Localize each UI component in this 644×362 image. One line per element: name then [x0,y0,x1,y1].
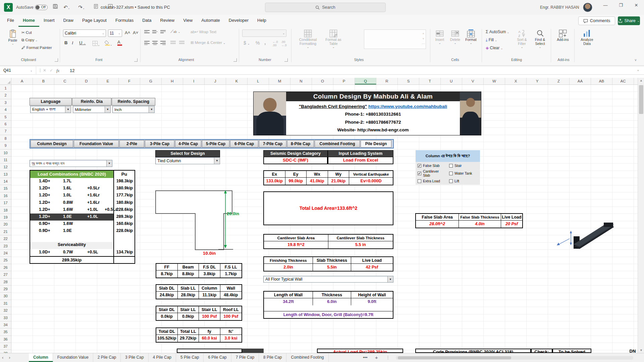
sheet-button-foundation-value[interactable]: Foundation Value [74,140,119,147]
column-header-c[interactable]: C [54,78,76,84]
column-header-x[interactable]: X [505,78,527,84]
alignment-dialog-launcher[interactable] [233,58,237,62]
row-header-25[interactable]: 25 [0,257,11,264]
column-header-o[interactable]: O [312,78,333,84]
row-header-3[interactable]: 3 [0,99,11,106]
next-sheet-icon[interactable]: › [9,353,10,362]
column-header-j[interactable]: J [205,78,226,84]
column-header-z[interactable]: Z [548,78,570,84]
fill-color-button[interactable]: ⌄ [105,40,112,47]
addins-button[interactable]: Add-ins [554,29,572,42]
checkbox-box[interactable] [449,172,453,175]
align-right-icon[interactable] [160,41,166,45]
redo-icon[interactable]: ↷⌄ [78,4,85,11]
scroll-down-icon[interactable]: ▼ [638,349,644,352]
search-input[interactable]: Search [265,3,386,12]
paste-button[interactable]: Paste⌄ [5,29,20,45]
sheet-tab-foundation-value[interactable]: Foundation Value [53,353,93,362]
menu-tab-page-layout[interactable]: Page Layout [78,15,111,27]
column-header-a[interactable]: A [11,78,33,84]
sheet-button-8-pile-cap[interactable]: 8-Pile Cap [287,140,314,147]
checkbox-false-slab[interactable]: ✓False Slab [418,164,446,168]
column-header-p[interactable]: P [333,78,355,84]
comma-button[interactable]: , [264,40,266,46]
italic-button[interactable]: I [72,40,73,46]
column-header-aa[interactable]: AA [570,78,591,84]
channel-link[interactable]: https://www.youtube.com/mahbubali [368,104,447,109]
collapse-ribbon-icon[interactable]: ˅ [635,58,637,62]
formula-input[interactable]: 12 [70,66,74,75]
column-header-d[interactable]: D [76,78,97,84]
row-header-15[interactable]: 15 [0,185,11,192]
insert-cells-button[interactable]: Insert⌄ [433,29,447,45]
column-header-s[interactable]: S [398,78,419,84]
column-header-m[interactable]: M [269,78,290,84]
align-bottom-icon[interactable] [160,30,166,33]
row-header-33[interactable]: 33 [0,314,11,321]
sheet-tab-6-pile-cap[interactable]: 6 Pile Cap [204,353,231,362]
font-color-button[interactable]: A [117,40,122,46]
bold-button[interactable]: B [64,40,67,45]
row-header-1[interactable]: 1 [0,85,11,92]
underline-button[interactable]: U ⌄ [79,40,86,45]
format-as-table-button[interactable]: Format as Table⌄ [323,29,344,49]
row-header-36[interactable]: 36 [0,336,11,343]
column-type-select[interactable]: Tied Column ▼ [155,157,220,164]
tab-splitter[interactable]: ⋮ [386,353,390,362]
font-name-select[interactable]: Calibri⌄ [63,29,106,37]
align-middle-icon[interactable] [152,30,158,33]
row-header-4[interactable]: 4 [0,106,11,113]
checkbox-box[interactable] [449,179,453,183]
column-header-g[interactable]: G [140,78,162,84]
fill-button[interactable]: ⤓ Fill ⌄ [486,38,497,42]
number-format-select[interactable]: ⌄ [242,29,286,37]
autosum-button[interactable]: Σ AutoSum ⌄ [486,29,509,34]
decrease-decimal-button[interactable]: .00→.0 [281,40,287,47]
column-header-y[interactable]: Y [527,78,548,84]
checkbox-cantilever-slab[interactable]: ✓Cantilever Slab [418,169,446,177]
row-header-22[interactable]: 22 [0,235,11,242]
menu-tab-data[interactable]: Data [138,15,156,27]
language-dropdown-icon[interactable]: ▼ [65,106,71,113]
share-button[interactable]: Share ⌄ [618,16,640,25]
sheet-tab-combined-footing[interactable]: Combined Footing [286,353,328,362]
column-header-q[interactable]: Q [355,78,376,84]
checkbox-water-tank[interactable]: Water Tank [449,171,478,175]
row-header-23[interactable]: 23 [0,243,11,250]
sheet-button-7-pile-cap[interactable]: 7-Pile Cap [259,140,286,147]
column-header-ab[interactable]: AB [591,78,612,84]
sheet-tab-7-pile-cap[interactable]: 7 Pile Cap [231,353,259,362]
column-header-ac[interactable]: AC [612,78,634,84]
row-header-31[interactable]: 31 [0,300,11,307]
checkbox-box[interactable] [449,164,453,168]
row-header-5[interactable]: 5 [0,114,11,121]
column-option-select[interactable]: শুধু কলাম এ পাথর ব্যবহৃত হবে ▼ [30,160,112,167]
scroll-up-icon[interactable]: ▲ [638,79,644,82]
expand-formula-bar-icon[interactable]: ˅ [637,66,639,75]
column-header-i[interactable]: I [183,78,205,84]
save-icon[interactable] [52,4,59,11]
number-dialog-launcher[interactable] [284,58,288,62]
name-box-splitter[interactable]: ⋮ [38,66,42,75]
row-header-35[interactable]: 35 [0,328,11,336]
row-header-38[interactable]: 38 [0,350,11,353]
cell-styles-gallery[interactable]: ˄˅⋯ [364,29,426,49]
clipboard-dialog-launcher[interactable] [55,58,58,62]
column-header-r[interactable]: R [376,78,398,84]
row-header-24[interactable]: 24 [0,250,11,257]
merge-center-button[interactable]: ⊞ Merge & Center ⌄ [191,40,225,45]
menu-tab-developer[interactable]: Developer [224,15,253,27]
row-header-32[interactable]: 32 [0,307,11,314]
comments-button[interactable]: Comments [578,16,615,25]
vertical-scrollbar[interactable]: ▲ ▼ [638,78,644,353]
column-header-f[interactable]: F [119,78,140,84]
font-size-select[interactable]: 11⌄ [108,29,122,37]
row-header-19[interactable]: 19 [0,214,11,221]
shrink-font-button[interactable]: A˅ [133,30,138,35]
checkbox-lift[interactable]: Lift [449,179,478,183]
menu-tab-home[interactable]: Home [18,15,39,27]
wall-type-select[interactable]: All Floor Typical Wall ▼ [263,276,393,283]
row-header-17[interactable]: 17 [0,199,11,206]
restore-button[interactable]: ❐ [613,0,629,11]
sheet-button-combined-footing[interactable]: Combined Footing [315,140,360,147]
